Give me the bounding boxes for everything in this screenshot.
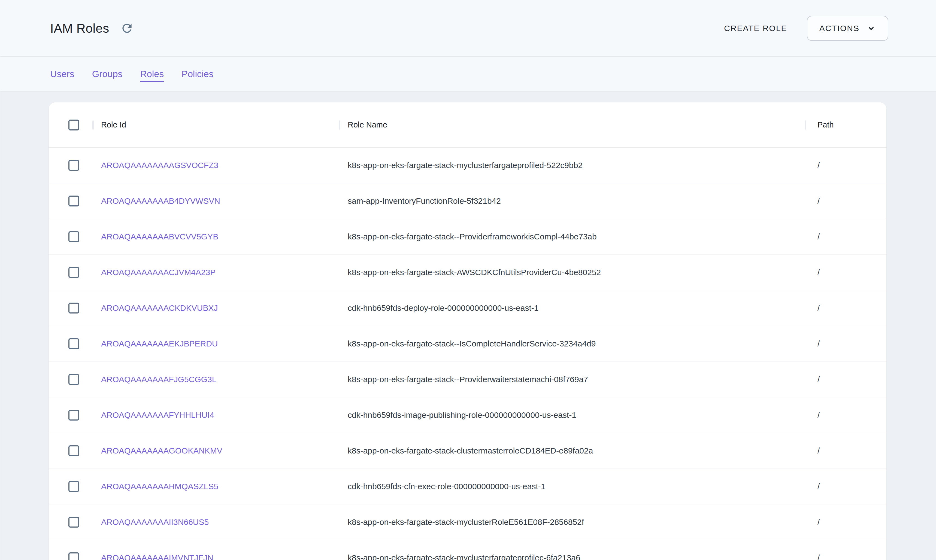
role-path-cell: / (805, 553, 887, 560)
row-checkbox[interactable] (68, 552, 79, 560)
column-resize-handle[interactable] (805, 120, 806, 130)
role-name-cell: k8s-app-on-eks-fargate-stack--Providerwa… (340, 375, 805, 384)
role-path-cell: / (805, 232, 887, 242)
role-name-cell: cdk-hnb659fds-cfn-exec-role-000000000000… (340, 482, 805, 491)
row-checkbox[interactable] (68, 374, 79, 385)
page-header: IAM Roles CREATE ROLE ACTIONS (0, 0, 936, 57)
role-id-link[interactable]: AROAQAAAAAAAB4DYVWSVN (101, 196, 220, 205)
role-name-cell: k8s-app-on-eks-fargate-stack-myclusterRo… (340, 517, 805, 527)
row-checkbox[interactable] (68, 445, 79, 456)
column-resize-handle[interactable] (339, 120, 340, 130)
tab-groups[interactable]: Groups (92, 68, 123, 80)
role-path-cell: / (805, 375, 887, 384)
role-name-cell: k8s-app-on-eks-fargate-stack-myclusterfa… (340, 553, 805, 560)
role-id-link[interactable]: AROAQAAAAAAAEKJBPERDU (101, 339, 218, 348)
table-row: AROAQAAAAAAAAGSVOCFZ3 k8s-app-on-eks-far… (49, 148, 887, 183)
role-id-link[interactable]: AROAQAAAAAAAFJG5CGG3L (101, 375, 216, 384)
role-path-cell: / (805, 196, 887, 206)
column-header-role-id: Role Id (93, 120, 340, 129)
table-row: AROAQAAAAAAAII3N66US5 k8s-app-on-eks-far… (49, 505, 887, 540)
table-row: AROAQAAAAAAABVCVV5GYB k8s-app-on-eks-far… (49, 219, 887, 255)
table-row: AROAQAAAAAAAB4DYVWSVN sam-app-InventoryF… (49, 183, 887, 219)
row-checkbox[interactable] (68, 231, 79, 242)
actions-button[interactable]: ACTIONS (807, 16, 888, 41)
row-checkbox[interactable] (68, 160, 79, 171)
column-header-role-name: Role Name (340, 120, 805, 129)
role-path-cell: / (805, 339, 887, 348)
select-all-checkbox[interactable] (68, 120, 79, 131)
table-row: AROAQAAAAAAACKDKVUBXJ cdk-hnb659fds-depl… (49, 290, 887, 326)
table-row: AROAQAAAAAAAFYHHLHUI4 cdk-hnb659fds-imag… (49, 397, 887, 433)
role-id-link[interactable]: AROAQAAAAAAAIMVNTJFJN (101, 553, 213, 560)
iam-roles-page: IAM Roles CREATE ROLE ACTIONS Users Grou… (0, 0, 936, 560)
role-id-link[interactable]: AROAQAAAAAAABVCVV5GYB (101, 232, 218, 241)
page-title: IAM Roles (50, 21, 109, 36)
row-checkbox[interactable] (68, 481, 79, 492)
row-checkbox[interactable] (68, 410, 79, 420)
role-path-cell: / (805, 303, 887, 313)
table-header-row: Role Id Role Name Path (49, 102, 887, 148)
column-header-label: Path (817, 120, 834, 129)
tab-roles[interactable]: Roles (140, 68, 164, 80)
roles-table-card: Role Id Role Name Path AROAQAAAAAAAAGSVO… (49, 102, 887, 560)
table-row: AROAQAAAAAAAGOOKANKMV k8s-app-on-eks-far… (49, 433, 887, 469)
role-path-cell: / (805, 517, 887, 527)
chevron-down-icon (867, 24, 876, 33)
role-id-link[interactable]: AROAQAAAAAAAFYHHLHUI4 (101, 411, 214, 420)
role-name-cell: k8s-app-on-eks-fargate-stack-clustermast… (340, 446, 805, 455)
row-checkbox[interactable] (68, 517, 79, 528)
tab-users[interactable]: Users (50, 68, 74, 80)
role-id-link[interactable]: AROAQAAAAAAAHMQASZLS5 (101, 482, 218, 491)
role-name-cell: cdk-hnb659fds-deploy-role-000000000000-u… (340, 303, 805, 313)
table-row: AROAQAAAAAAAFJG5CGG3L k8s-app-on-eks-far… (49, 362, 887, 397)
role-path-cell: / (805, 268, 887, 277)
refresh-button[interactable] (119, 20, 135, 37)
iam-tabs: Users Groups Roles Policies (0, 57, 936, 92)
column-header-path: Path (805, 120, 887, 129)
role-name-cell: cdk-hnb659fds-image-publishing-role-0000… (340, 411, 805, 420)
table-row: AROAQAAAAAAAEKJBPERDU k8s-app-on-eks-far… (49, 326, 887, 362)
role-name-cell: k8s-app-on-eks-fargate-stack-AWSCDKCfnUt… (340, 268, 805, 277)
role-id-link[interactable]: AROAQAAAAAAACKDKVUBXJ (101, 303, 218, 312)
column-resize-handle[interactable] (92, 120, 94, 130)
role-path-cell: / (805, 482, 887, 491)
create-role-button[interactable]: CREATE ROLE (721, 18, 790, 38)
content-area: Role Id Role Name Path AROAQAAAAAAAAGSVO… (0, 92, 936, 560)
role-name-cell: k8s-app-on-eks-fargate-stack--Providerfr… (340, 232, 805, 242)
table-row: AROAQAAAAAAAIMVNTJFJN k8s-app-on-eks-far… (49, 540, 887, 560)
table-row: AROAQAAAAAAACJVM4A23P k8s-app-on-eks-far… (49, 255, 887, 290)
row-checkbox[interactable] (68, 195, 79, 206)
row-checkbox[interactable] (68, 303, 79, 314)
role-path-cell: / (805, 411, 887, 420)
role-id-link[interactable]: AROAQAAAAAAAGOOKANKMV (101, 446, 222, 455)
role-name-cell: k8s-app-on-eks-fargate-stack-myclusterfa… (340, 161, 805, 170)
role-path-cell: / (805, 446, 887, 455)
tab-policies[interactable]: Policies (182, 68, 213, 80)
actions-button-label: ACTIONS (819, 24, 859, 33)
role-id-link[interactable]: AROAQAAAAAAAII3N66US5 (101, 517, 209, 526)
column-header-label: Role Id (101, 120, 126, 129)
row-checkbox[interactable] (68, 338, 79, 349)
role-name-cell: k8s-app-on-eks-fargate-stack--IsComplete… (340, 339, 805, 348)
table-row: AROAQAAAAAAAHMQASZLS5 cdk-hnb659fds-cfn-… (49, 469, 887, 505)
role-name-cell: sam-app-InventoryFunctionRole-5f321b42 (340, 196, 805, 206)
role-id-link[interactable]: AROAQAAAAAAAAGSVOCFZ3 (101, 161, 218, 170)
role-id-link[interactable]: AROAQAAAAAAACJVM4A23P (101, 268, 216, 277)
refresh-icon (120, 22, 134, 35)
row-checkbox[interactable] (68, 267, 79, 278)
role-path-cell: / (805, 161, 887, 170)
column-header-label: Role Name (348, 120, 387, 129)
